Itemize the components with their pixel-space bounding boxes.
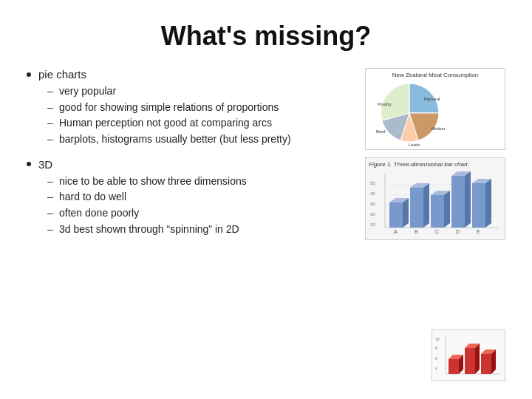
svg-text:20: 20 xyxy=(370,212,375,216)
svg-text:6: 6 xyxy=(435,356,437,361)
list-item: often done poorly xyxy=(47,205,335,222)
list-item: good for showing simple relations of pro… xyxy=(47,100,335,116)
section1-header: pie charts xyxy=(27,68,335,81)
svg-text:A: A xyxy=(394,229,398,234)
pie-chart-container: New Zealand Meat Consumption xyxy=(365,68,505,150)
bar-chart-svg: 50 40 30 20 10 A xyxy=(369,170,503,235)
section1-label: pie charts xyxy=(38,68,86,81)
small-bar-chart-svg: 10 8 6 4 xyxy=(435,333,503,379)
list-item: 3d best shown through “spinning” in 2D xyxy=(47,222,335,238)
svg-marker-22 xyxy=(423,183,429,228)
section2-list: nice to be able to show three dimensions… xyxy=(47,174,335,238)
svg-text:Poultry: Poultry xyxy=(378,102,392,106)
svg-text:C: C xyxy=(435,229,439,234)
section1-bullet xyxy=(27,72,31,77)
svg-text:40: 40 xyxy=(370,191,375,196)
svg-rect-32 xyxy=(472,183,485,228)
svg-text:D: D xyxy=(456,229,460,234)
list-item: nice to be able to show three dimensions xyxy=(47,174,335,190)
svg-text:8: 8 xyxy=(435,346,437,350)
svg-rect-28 xyxy=(451,176,465,228)
section2-label: 3D xyxy=(38,158,52,171)
small-bar-chart-container: 10 8 6 4 xyxy=(432,330,505,381)
svg-marker-26 xyxy=(444,191,450,228)
svg-text:10: 10 xyxy=(435,337,440,341)
svg-rect-42 xyxy=(449,359,459,374)
svg-marker-34 xyxy=(485,179,491,228)
svg-text:50: 50 xyxy=(370,181,375,185)
svg-text:E: E xyxy=(477,229,480,234)
pie-chart-title: New Zealand Meat Consumption xyxy=(369,72,502,78)
svg-rect-24 xyxy=(431,195,444,228)
list-item: hard to do well xyxy=(47,189,335,205)
svg-rect-45 xyxy=(465,348,475,374)
svg-text:Beef: Beef xyxy=(376,129,386,134)
list-item: Human perception not good at comparing a… xyxy=(47,115,335,132)
svg-text:4: 4 xyxy=(435,366,437,371)
svg-text:B: B xyxy=(415,229,418,234)
bar-chart-container: Figure 1. Three-dimensional bar chart. 5… xyxy=(365,157,505,240)
svg-rect-48 xyxy=(481,354,491,374)
section2-header: 3D xyxy=(27,158,335,171)
svg-text:30: 30 xyxy=(370,202,375,206)
list-item: very popular xyxy=(47,83,335,100)
svg-rect-16 xyxy=(389,202,403,228)
left-column: pie charts very popular good for showing… xyxy=(27,68,343,248)
slide: What's missing? pie charts very popular … xyxy=(0,0,532,399)
bar-chart-title: Figure 1. Three-dimensional bar chart. xyxy=(369,161,502,168)
svg-text:Lamb: Lamb xyxy=(409,143,420,146)
svg-text:Pig/veal: Pig/veal xyxy=(424,97,440,101)
svg-text:Mutton: Mutton xyxy=(432,126,445,131)
svg-marker-47 xyxy=(475,344,480,374)
pie-chart-area: Pig/veal Mutton Lamb Beef Poultry xyxy=(369,80,502,146)
svg-marker-30 xyxy=(465,171,471,228)
section2-bullet xyxy=(27,162,31,166)
svg-rect-20 xyxy=(410,188,423,228)
right-column: New Zealand Meat Consumption xyxy=(343,68,505,248)
svg-marker-18 xyxy=(403,198,409,228)
section1-list: very popular good for showing simple rel… xyxy=(47,83,335,148)
bar-chart-area: 50 40 30 20 10 A xyxy=(369,170,502,236)
list-item: barplots, histograms usually better (but… xyxy=(47,132,335,148)
slide-title: What's missing? xyxy=(27,21,505,52)
pie-chart-svg: Pig/veal Mutton Lamb Beef Poultry xyxy=(369,80,450,146)
content-area: pie charts very popular good for showing… xyxy=(27,68,505,248)
svg-text:10: 10 xyxy=(370,222,375,227)
